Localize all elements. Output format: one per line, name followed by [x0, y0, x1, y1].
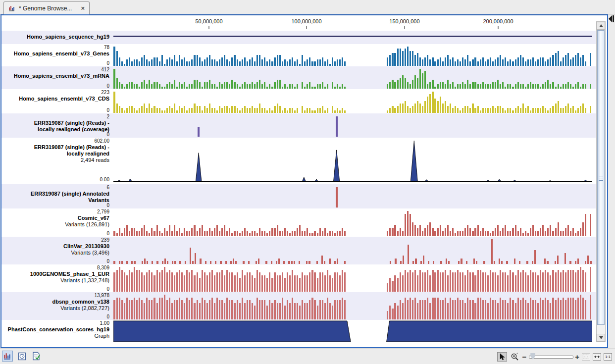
track-row-clinvar[interactable]: 239ClinVar_20130930Variants (3,496)0	[1, 237, 596, 264]
report-view-button[interactable]	[31, 351, 42, 362]
ruler-tick-label: 100,000,000	[291, 18, 321, 24]
track-max-value: 2	[106, 114, 109, 119]
track-row-annotated[interactable]: 6ERR319087 (single) AnnotatedVariants0	[1, 184, 596, 208]
track-max-value: 239	[101, 237, 109, 243]
track-min-value: 0	[106, 314, 109, 319]
track-min-value: 0	[106, 83, 109, 89]
zoom-in-icon[interactable]: +	[575, 353, 579, 361]
track-max-value: 1.00	[100, 320, 109, 326]
track-name: Cosmic_v67Variants (126,891)	[5, 215, 109, 228]
track-label: 8,3091000GENOMES_phase_1_EURVariants (1,…	[1, 264, 113, 292]
track-row-coverage[interactable]: 2ERR319087 (single) (Reads) -locally rea…	[1, 113, 596, 138]
track-name: ERR319087 (single) (Reads) -locally real…	[5, 144, 109, 163]
table-view-button[interactable]	[16, 351, 27, 362]
track-plot[interactable]	[113, 237, 592, 264]
track-max-value: 412	[101, 67, 109, 72]
track-label: 223Homo_sapiens_ensembl_v73_CDS0	[1, 89, 113, 113]
magnifier-plus-icon	[511, 353, 519, 361]
zoom-out-icon[interactable]: −	[522, 353, 526, 361]
view-mode-buttons	[2, 351, 42, 362]
track-row-genes[interactable]: 78Homo_sapiens_ensembl_v73_Genes0	[1, 44, 596, 66]
fit-width-button[interactable]	[582, 353, 590, 361]
zoom-slider[interactable]	[529, 353, 572, 360]
track-name: ERR319087 (single) (Reads) -locally real…	[5, 120, 109, 133]
track-row-cosmic[interactable]: 2,799Cosmic_v67Variants (126,891)0	[1, 208, 596, 237]
track-name: 1000GENOMES_phase_1_EURVariants (1,332,7…	[5, 271, 109, 284]
track-name: ERR319087 (single) AnnotatedVariants	[5, 191, 109, 204]
ruler-tick-icon	[208, 26, 209, 29]
track-max-value: 8,309	[97, 265, 109, 270]
track-max-value: 223	[101, 90, 109, 95]
track-label: 6ERR319087 (single) AnnotatedVariants0	[1, 184, 113, 208]
zoom-100-button[interactable]: 1:1	[604, 353, 612, 361]
tab-title: * Genome Browse...	[19, 5, 72, 12]
track-label: 78Homo_sapiens_ensembl_v73_Genes0	[1, 44, 113, 66]
track-max-value: 602.00	[94, 138, 109, 144]
track-max-value: 6	[106, 185, 109, 190]
page-check-icon	[32, 352, 41, 361]
ruler-tick-icon	[498, 26, 499, 29]
track-plot[interactable]	[113, 320, 592, 343]
track-min-value: 0	[106, 203, 109, 208]
track-name: Homo_sapiens_ensembl_v73_mRNA	[5, 73, 109, 79]
track-row-dbsnp[interactable]: 13,978dbsnp_common_v138Variants (2,082,7…	[1, 292, 596, 320]
track-row-mrna[interactable]: 412Homo_sapiens_ensembl_v73_mRNA0	[1, 66, 596, 89]
track-row-phastcons[interactable]: 1.00PhastCons_conservation_scores_hg19Gr…	[1, 320, 596, 343]
vertical-scrollbar[interactable]	[596, 21, 606, 342]
zoom-controls: − + 1:1	[497, 351, 612, 363]
track-name: Homo_sapiens_ensembl_v73_Genes	[5, 51, 109, 57]
track-label: 2ERR319087 (single) (Reads) -locally rea…	[1, 113, 113, 138]
track-row-g1000[interactable]: 8,3091000GENOMES_phase_1_EURVariants (1,…	[1, 264, 596, 292]
track-name: ClinVar_20130930Variants (3,496)	[5, 243, 109, 256]
track-label: 602.00ERR319087 (single) (Reads) -locall…	[1, 138, 113, 184]
track-name: Homo_sapiens_ensembl_v73_CDS	[5, 96, 109, 102]
graphical-view-button[interactable]	[2, 351, 13, 362]
collapse-panel-icon[interactable]	[609, 15, 614, 22]
tab-close-icon[interactable]: ×	[81, 5, 85, 11]
tab-genome-browser[interactable]: * Genome Browse... ×	[3, 1, 90, 14]
track-name: Homo_sapiens_sequence_hg19	[5, 34, 109, 40]
track-plot[interactable]	[113, 292, 592, 320]
tab-bar: * Genome Browse... ×	[0, 0, 615, 14]
pan-cursor-button[interactable]	[497, 352, 507, 362]
track-rows: Homo_sapiens_sequence_hg1978Homo_sapiens…	[1, 31, 596, 343]
track-plot[interactable]	[113, 208, 592, 237]
ruler-tick-label: 150,000,000	[389, 18, 419, 24]
track-label: 412Homo_sapiens_ensembl_v73_mRNA0	[1, 66, 113, 89]
zoom-slider-track[interactable]	[529, 356, 573, 359]
track-row-sequence[interactable]: Homo_sapiens_sequence_hg19	[1, 31, 596, 44]
scroll-down-button[interactable]	[597, 334, 605, 342]
track-label: Homo_sapiens_sequence_hg19	[1, 31, 113, 44]
left-triangle-icon	[609, 15, 612, 22]
track-row-cds[interactable]: 223Homo_sapiens_ensembl_v73_CDS0	[1, 89, 596, 113]
track-name: PhastCons_conservation_scores_hg19Graph	[5, 326, 109, 339]
track-plot[interactable]	[113, 138, 592, 184]
track-plot[interactable]	[113, 44, 592, 66]
ruler-tick-label: 50,000,000	[195, 18, 222, 24]
track-plot[interactable]	[113, 66, 592, 89]
track-max-value: 2,799	[97, 209, 109, 214]
ruler: 50,000,000100,000,000150,000,000200,000,…	[1, 15, 596, 31]
fit-width-icon	[583, 355, 589, 359]
track-plot[interactable]	[113, 89, 592, 113]
ruler-tick-icon	[306, 26, 307, 29]
zoom-to-selection-button[interactable]	[593, 353, 601, 361]
track-plot[interactable]	[113, 113, 592, 138]
ruler-tick-icon	[404, 26, 405, 29]
zoom-in-tool-button[interactable]	[510, 352, 519, 362]
track-name: dbsnp_common_v138Variants (2,082,727)	[5, 299, 109, 312]
track-plot[interactable]	[113, 184, 592, 208]
track-plot[interactable]	[113, 31, 592, 44]
genome-browser-window: * Genome Browse... × 50,000,000100,000,0…	[0, 0, 615, 364]
track-row-reads[interactable]: 602.00ERR319087 (single) (Reads) -locall…	[1, 138, 596, 184]
track-label: 13,978dbsnp_common_v138Variants (2,082,7…	[1, 292, 113, 320]
grip-icon	[599, 176, 603, 181]
scrollbar-thumb[interactable]	[597, 30, 605, 325]
zoom-slider-handle[interactable]	[530, 353, 535, 360]
track-min-value: 0	[106, 286, 109, 292]
triangle-down-icon	[599, 336, 603, 339]
track-min-value: 0.00	[100, 177, 109, 182]
track-plot[interactable]	[113, 264, 592, 292]
scroll-up-button[interactable]	[597, 22, 605, 30]
arrow-pointer-icon	[499, 353, 506, 361]
